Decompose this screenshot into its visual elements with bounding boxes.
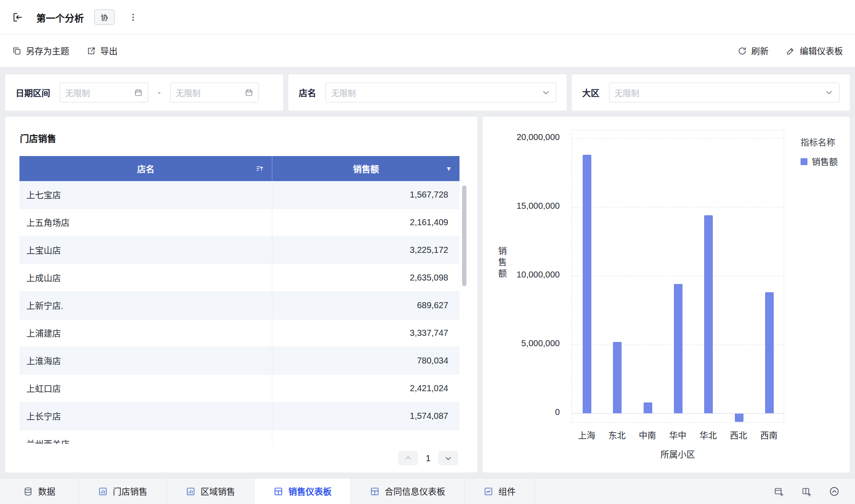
table-row[interactable]: 上七宝店1,567,728 (19, 181, 459, 209)
tab-region-sales[interactable]: 区域销售 (167, 478, 255, 504)
store-name-column-header[interactable]: 店名 (19, 156, 272, 181)
store-sales-table-panel: 门店销售 店名 销售额 ▼ 上七宝店 (5, 117, 477, 472)
y-tick-label: 5,000,000 (483, 338, 560, 348)
tabbar-right-tools (771, 478, 855, 504)
date-range-label: 日期区间 (16, 86, 50, 99)
export-button[interactable]: 导出 (86, 45, 118, 57)
sort-icon[interactable] (255, 164, 264, 173)
edit-dashboard-button[interactable]: 编辑仪表板 (786, 45, 843, 57)
edit-pencil-icon (786, 46, 795, 56)
bar-华北[interactable] (704, 215, 713, 413)
more-menu-button[interactable] (125, 9, 141, 26)
plot-area (571, 130, 784, 423)
store-filter: 店名 无限制 (288, 74, 566, 111)
back-exit-icon (12, 12, 23, 23)
tab-label: 组件 (498, 485, 516, 498)
gridline (572, 138, 784, 139)
gridline (572, 207, 784, 207)
table-row[interactable]: 上淮海店780,034 (19, 347, 459, 375)
bar-上海[interactable] (583, 155, 591, 413)
chevron-down-icon (824, 88, 834, 97)
analysis-title: 第一个分析 (36, 10, 84, 24)
page-down-button[interactable] (438, 451, 458, 466)
store-name-header-label: 店名 (137, 163, 154, 175)
table-row[interactable]: 兰州西关店 (19, 430, 459, 444)
table-row[interactable]: 上浦建店3,337,747 (19, 319, 459, 347)
region-select[interactable]: 无限制 (609, 83, 839, 102)
bar-西北[interactable] (735, 414, 743, 422)
add-table-icon (774, 486, 784, 497)
bar-西南[interactable] (765, 292, 774, 413)
pagination: 1 (5, 444, 477, 472)
refresh-button[interactable]: 刷新 (737, 45, 769, 57)
store-name-cell: 上五角场店 (19, 209, 272, 236)
sales-header-label: 销售额 (353, 163, 379, 175)
tab-store-sales[interactable]: 门店销售 (79, 478, 167, 504)
gridline (572, 276, 784, 276)
date-start-input[interactable]: 无限制 (60, 83, 148, 102)
table-row[interactable]: 上宝山店3,225,172 (19, 236, 459, 264)
tab-data[interactable]: 数据 (0, 478, 79, 504)
edit-dashboard-label: 编辑仪表板 (800, 45, 843, 57)
chevron-down-icon (444, 454, 453, 463)
main-row: 门店销售 店名 销售额 ▼ 上七宝店 (5, 117, 850, 472)
x-tick-label: 西北 (730, 429, 747, 441)
bar-中南[interactable] (644, 402, 652, 413)
table-row[interactable]: 上长宁店1,574,087 (19, 402, 459, 430)
store-sales-table: 店名 销售额 ▼ 上七宝店1,567,728上五角场店2,161,409上宝山店… (19, 156, 459, 444)
bar-东北[interactable] (613, 342, 622, 413)
table-row[interactable]: 上五角场店2,161,409 (19, 209, 459, 236)
sales-value-cell: 1,574,087 (272, 402, 459, 430)
x-tick-label: 上海 (578, 429, 595, 441)
sales-value-cell: 2,635,098 (272, 264, 459, 291)
sales-value-cell: 3,337,747 (272, 319, 459, 347)
region-select-placeholder: 无限制 (615, 87, 639, 99)
table-row[interactable]: 上虹口店2,421,024 (19, 375, 459, 402)
store-name-cell: 兰州西关店 (19, 430, 272, 444)
collab-badge[interactable]: 协 (94, 10, 115, 25)
chart-legend: 指标名称 销售额 (801, 136, 838, 168)
date-end-placeholder: 无限制 (176, 87, 201, 99)
legend-item[interactable]: 销售额 (801, 155, 838, 168)
collapse-tabbar-button[interactable] (826, 484, 842, 499)
action-toolbar: 另存为主题 导出 刷新 编辑仪表板 (0, 35, 855, 67)
region-sales-chart-panel: 指标名称 销售额 销售额 05,000,00010,000,00015,000,… (483, 117, 850, 472)
date-end-input[interactable]: 无限制 (170, 83, 259, 102)
calendar-icon (245, 88, 253, 97)
sales-value-cell: 689,627 (272, 292, 459, 319)
table-scrollbar-thumb[interactable] (462, 185, 466, 286)
table-row[interactable]: 上成山店2,635,098 (19, 264, 459, 292)
tab-components[interactable]: 组件 (465, 478, 535, 504)
x-tick-label: 华中 (669, 429, 686, 441)
save-as-theme-button[interactable]: 另存为主题 (12, 45, 69, 57)
tab-label: 门店销售 (113, 485, 147, 498)
bar-华中[interactable] (674, 284, 683, 413)
page-number: 1 (426, 453, 431, 463)
sort-descending-triangle-icon[interactable]: ▼ (446, 166, 452, 172)
calendar-icon (134, 88, 143, 97)
add-dashboard-button[interactable] (771, 484, 787, 499)
back-button[interactable] (10, 9, 26, 26)
sales-value-cell: 1,567,728 (272, 181, 459, 208)
store-select[interactable]: 无限制 (325, 83, 556, 102)
tab-contract-dashboard[interactable]: 合同信息仪表板 (351, 478, 465, 504)
sheet-tabs: 数据门店销售区域销售销售仪表板合同信息仪表板组件 (0, 478, 535, 504)
store-name-cell: 上淮海店 (19, 347, 272, 374)
sales-value-cell: 2,421,024 (272, 375, 459, 402)
table-row[interactable]: 上新宁店.689,627 (19, 292, 459, 319)
bar-chart-icon (98, 487, 108, 496)
zero-axis-line (572, 413, 784, 414)
tab-label: 区域销售 (201, 485, 235, 498)
region-filter-label: 大区 (582, 86, 600, 99)
tab-label: 销售仪表板 (288, 485, 332, 498)
store-name-cell: 上虹口店 (19, 375, 272, 402)
x-axis-title: 所属小区 (571, 448, 784, 460)
tab-sales-dashboard[interactable]: 销售仪表板 (255, 478, 351, 504)
store-filter-label: 店名 (299, 86, 316, 99)
sales-column-header[interactable]: 销售额 ▼ (272, 156, 459, 181)
x-tick-label: 华北 (699, 429, 717, 441)
page-up-button[interactable] (398, 451, 418, 466)
store-name-cell: 上新宁店. (19, 292, 272, 319)
bar-chart-icon (186, 487, 195, 496)
add-component-button[interactable] (799, 484, 814, 499)
